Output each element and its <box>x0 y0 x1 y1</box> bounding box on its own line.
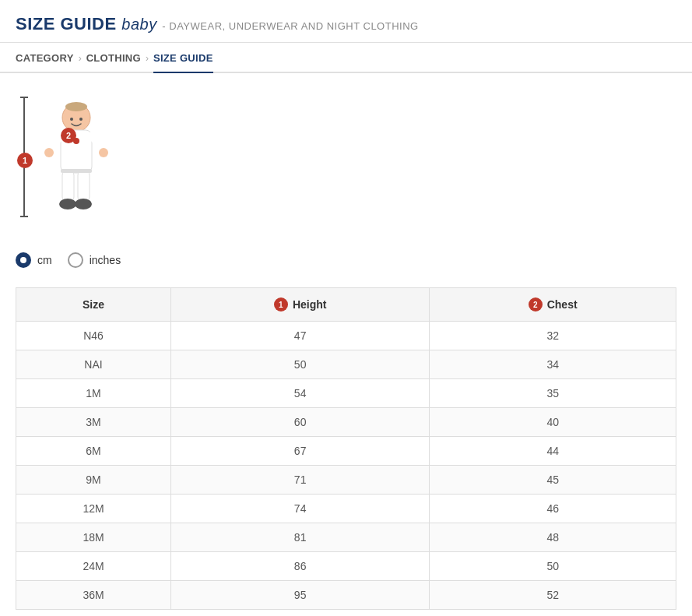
cell-chest: 52 <box>430 581 676 610</box>
table-row: 9M7145 <box>16 466 676 495</box>
svg-point-6 <box>99 148 108 157</box>
cell-chest: 44 <box>430 437 676 466</box>
col-size: Size <box>16 288 171 322</box>
cell-chest: 40 <box>430 408 676 437</box>
figure-section: 1 <box>16 97 676 237</box>
cell-chest: 35 <box>430 379 676 408</box>
title-desc: - DAYWEAR, UNDERWEAR AND NIGHT CLOTHING <box>162 20 418 32</box>
cell-size: 9M <box>16 466 171 495</box>
col-height: 1 Height <box>170 288 429 322</box>
table-row: 6M6744 <box>16 437 676 466</box>
svg-point-1 <box>65 102 87 111</box>
cell-size: 12M <box>16 495 171 523</box>
baby-figure: 1 <box>16 97 140 237</box>
title-main: SIZE GUIDE <box>16 14 117 33</box>
cell-size: N46 <box>16 322 171 350</box>
cell-size: 6M <box>16 437 171 466</box>
cm-option[interactable]: cm <box>16 252 52 268</box>
cell-height: 74 <box>170 495 429 523</box>
breadcrumb-clothing[interactable]: CLOTHING <box>86 52 141 64</box>
cell-chest: 48 <box>430 523 676 552</box>
cell-chest: 45 <box>430 466 676 495</box>
size-table: Size 1 Height 2 Chest N464732NA <box>16 287 676 610</box>
cell-height: 50 <box>170 350 429 379</box>
table-body: N464732NAI50341M54353M60406M67449M714512… <box>16 322 676 610</box>
svg-point-5 <box>44 148 54 157</box>
svg-rect-12 <box>61 169 92 173</box>
svg-rect-8 <box>78 171 90 202</box>
baby-illustration <box>37 100 115 221</box>
table-header: Size 1 Height 2 Chest <box>16 288 676 322</box>
cell-size: 1M <box>16 379 171 408</box>
cell-height: 86 <box>170 552 429 581</box>
table-row: 24M8650 <box>16 552 676 581</box>
breadcrumb-sizeguide[interactable]: SIZE GUIDE <box>153 52 213 73</box>
cell-height: 54 <box>170 379 429 408</box>
unit-toggle: cm inches <box>16 252 676 268</box>
cell-size: 18M <box>16 523 171 552</box>
cell-height: 71 <box>170 466 429 495</box>
svg-rect-7 <box>62 171 74 202</box>
breadcrumb-arrow-1: › <box>79 53 82 64</box>
cm-label: cm <box>37 254 52 266</box>
cell-height: 60 <box>170 408 429 437</box>
inches-option[interactable]: inches <box>68 252 121 268</box>
cell-chest: 50 <box>430 552 676 581</box>
main-content: 1 <box>0 73 692 616</box>
table-row: 12M7446 <box>16 495 676 523</box>
col-chest: 2 Chest <box>430 288 676 322</box>
height-line-top <box>20 97 28 98</box>
cell-chest: 34 <box>430 350 676 379</box>
svg-point-14 <box>79 118 83 121</box>
svg-point-10 <box>75 199 92 209</box>
page-header: SIZE GUIDE baby - DAYWEAR, UNDERWEAR AND… <box>0 0 692 43</box>
cell-height: 81 <box>170 523 429 552</box>
cell-size: 24M <box>16 552 171 581</box>
cell-size: 3M <box>16 408 171 437</box>
cell-chest: 46 <box>430 495 676 523</box>
cell-size: 36M <box>16 581 171 610</box>
page-title: SIZE GUIDE baby - DAYWEAR, UNDERWEAR AND… <box>16 14 676 34</box>
breadcrumb-arrow-2: › <box>146 53 149 64</box>
chest-badge: 2 <box>529 297 543 312</box>
inches-label: inches <box>90 254 121 266</box>
cell-height: 95 <box>170 581 429 610</box>
breadcrumb: CATEGORY › CLOTHING › SIZE GUIDE <box>0 43 692 73</box>
cell-size: NAI <box>16 350 171 379</box>
cell-height: 47 <box>170 322 429 350</box>
table-row: 36M9552 <box>16 581 676 610</box>
cm-radio-inner <box>20 257 26 263</box>
badge-height: 1 <box>17 153 33 168</box>
table-row: 3M6040 <box>16 408 676 437</box>
badge-chest: 2 <box>61 128 76 143</box>
cell-height: 67 <box>170 437 429 466</box>
breadcrumb-category[interactable]: CATEGORY <box>16 52 74 64</box>
table-row: 18M8148 <box>16 523 676 552</box>
table-row: NAI5034 <box>16 350 676 379</box>
cm-radio[interactable] <box>16 252 31 268</box>
table-row: N464732 <box>16 322 676 350</box>
svg-point-13 <box>70 118 73 121</box>
height-badge: 1 <box>274 297 288 312</box>
svg-point-9 <box>59 199 76 209</box>
height-line-bottom <box>20 216 28 217</box>
header-row: Size 1 Height 2 Chest <box>16 288 676 322</box>
cell-chest: 32 <box>430 322 676 350</box>
title-sub: baby <box>121 16 156 33</box>
table-row: 1M5435 <box>16 379 676 408</box>
inches-radio[interactable] <box>68 252 83 268</box>
